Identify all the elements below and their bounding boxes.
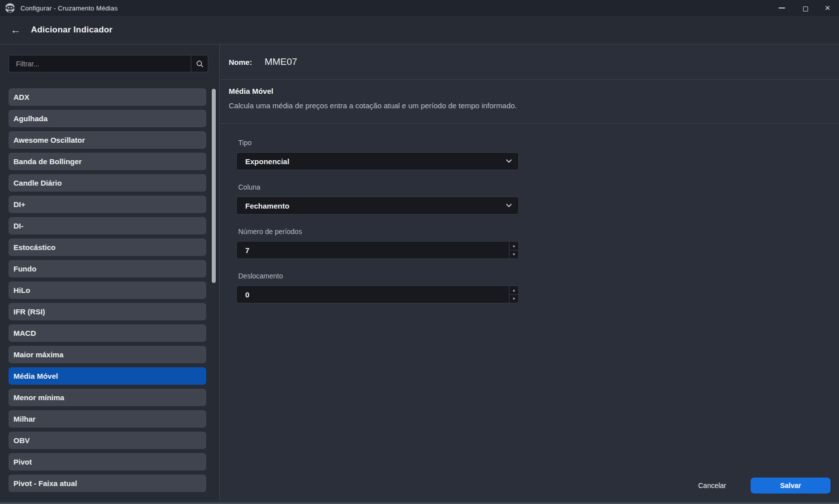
- deslocamento-number-input[interactable]: 0 ▲ ▼: [236, 285, 519, 303]
- coluna-label: Coluna: [238, 183, 519, 191]
- form-group-deslocamento: Deslocamento 0 ▲ ▼: [236, 272, 519, 303]
- sidebar-item-pivot-faixa-atual[interactable]: Pivot - Faixa atual: [8, 475, 206, 492]
- deslocamento-value: 0: [245, 290, 249, 299]
- sidebar-item-di[interactable]: DI-: [8, 217, 206, 235]
- search-icon: [196, 60, 204, 68]
- minimize-icon: [779, 7, 785, 8]
- sidebar-item-menor-m-nima[interactable]: Menor mínima: [8, 389, 206, 406]
- name-label: Nome:: [229, 58, 252, 66]
- spin-up-button[interactable]: ▲: [509, 242, 518, 250]
- spin-down-icon: ▼: [512, 252, 516, 256]
- sidebar-item-adx[interactable]: ADX: [8, 88, 206, 106]
- robot-app-icon: [4, 2, 15, 13]
- page-header: ← Adicionar Indicador: [0, 16, 839, 44]
- close-button[interactable]: ×: [816, 0, 839, 16]
- coluna-selected-value: Fechamento: [245, 202, 289, 210]
- save-button[interactable]: Salvar: [751, 478, 831, 494]
- sidebar-item-pivot[interactable]: Pivot: [8, 453, 206, 471]
- sidebar-item-awesome-oscillator[interactable]: Awesome Oscillator: [8, 131, 206, 149]
- sidebar-item-banda-de-bollinger[interactable]: Banda de Bollinger: [8, 153, 206, 170]
- filter-field: [8, 55, 208, 72]
- form-footer: Cancelar Salvar: [680, 478, 831, 494]
- sidebar-item-estoc-stico[interactable]: Estocástico: [8, 239, 206, 256]
- periodos-value: 7: [245, 246, 249, 254]
- spin-up-button[interactable]: ▲: [509, 286, 518, 294]
- indicator-form: Tipo Exponencial Coluna Fechamento: [236, 139, 519, 303]
- page-title: Adicionar Indicador: [31, 25, 112, 35]
- name-value-field[interactable]: MME07: [265, 56, 297, 67]
- sidebar-item-fundo[interactable]: Fundo: [8, 260, 206, 277]
- periodos-spinner: ▲ ▼: [509, 242, 518, 258]
- minimize-button[interactable]: [770, 0, 793, 16]
- indicator-list: ADXAgulhadaAwesome OscillatorBanda de Bo…: [8, 88, 206, 492]
- back-arrow-icon[interactable]: ←: [10, 24, 25, 36]
- tipo-label: Tipo: [238, 139, 519, 147]
- close-icon: ×: [825, 3, 830, 12]
- sidebar-item-m-dia-m-vel[interactable]: Média Móvel: [8, 367, 206, 385]
- cancel-button[interactable]: Cancelar: [680, 478, 745, 494]
- app-window: Configurar - Cruzamento Médias × ← Adici…: [0, 0, 839, 504]
- indicator-section-description: Calcula uma média de preços entra a cota…: [229, 101, 839, 110]
- indicator-section-title: Média Móvel: [229, 87, 839, 95]
- indicator-detail-panel: Nome: MME07 Média Móvel Calcula uma médi…: [220, 44, 839, 501]
- spin-down-button[interactable]: ▼: [509, 294, 518, 303]
- indicator-description-section: Média Móvel Calcula uma média de preços …: [220, 80, 839, 124]
- sidebar-scrollbar-thumb[interactable]: [212, 89, 216, 283]
- deslocamento-label: Deslocamento: [238, 272, 519, 280]
- sidebar-item-obv[interactable]: OBV: [8, 432, 206, 449]
- form-group-coluna: Coluna Fechamento: [236, 183, 519, 215]
- chevron-down-icon: [506, 159, 512, 163]
- body-row: ADXAgulhadaAwesome OscillatorBanda de Bo…: [0, 44, 839, 501]
- spin-down-button[interactable]: ▼: [509, 250, 518, 259]
- sidebar-item-ifr-rsi[interactable]: IFR (RSI): [8, 303, 206, 320]
- indicator-sidebar: ADXAgulhadaAwesome OscillatorBanda de Bo…: [0, 44, 220, 501]
- chevron-down-icon: [506, 204, 512, 208]
- form-group-tipo: Tipo Exponencial: [236, 139, 519, 170]
- form-group-periodos: Número de períodos 7 ▲ ▼: [236, 228, 519, 259]
- spin-up-icon: ▲: [512, 288, 516, 292]
- filter-input[interactable]: [9, 55, 191, 72]
- sidebar-item-macd[interactable]: MACD: [8, 324, 206, 342]
- restore-icon: [803, 6, 808, 11]
- tipo-selected-value: Exponencial: [245, 157, 289, 166]
- deslocamento-spinner: ▲ ▼: [509, 286, 518, 303]
- titlebar: Configurar - Cruzamento Médias ×: [0, 0, 839, 16]
- window-title: Configurar - Cruzamento Médias: [20, 4, 118, 12]
- tipo-select[interactable]: Exponencial: [236, 152, 519, 170]
- sidebar-item-agulhada[interactable]: Agulhada: [8, 110, 206, 127]
- sidebar-item-maior-m-xima[interactable]: Maior máxima: [8, 346, 206, 363]
- sidebar-item-milhar[interactable]: Milhar: [8, 410, 206, 428]
- search-button[interactable]: [191, 60, 208, 68]
- periodos-label: Número de períodos: [238, 228, 519, 236]
- sidebar-item-di[interactable]: DI+: [8, 196, 206, 213]
- name-row: Nome: MME07: [220, 44, 839, 80]
- coluna-select[interactable]: Fechamento: [236, 197, 519, 215]
- spin-down-icon: ▼: [512, 297, 516, 300]
- sidebar-item-candle-di-rio[interactable]: Candle Diário: [8, 174, 206, 192]
- periodos-number-input[interactable]: 7 ▲ ▼: [236, 241, 519, 259]
- sidebar-item-hilo[interactable]: HiLo: [8, 281, 206, 299]
- spin-up-icon: ▲: [512, 244, 516, 248]
- restore-button[interactable]: [793, 0, 816, 16]
